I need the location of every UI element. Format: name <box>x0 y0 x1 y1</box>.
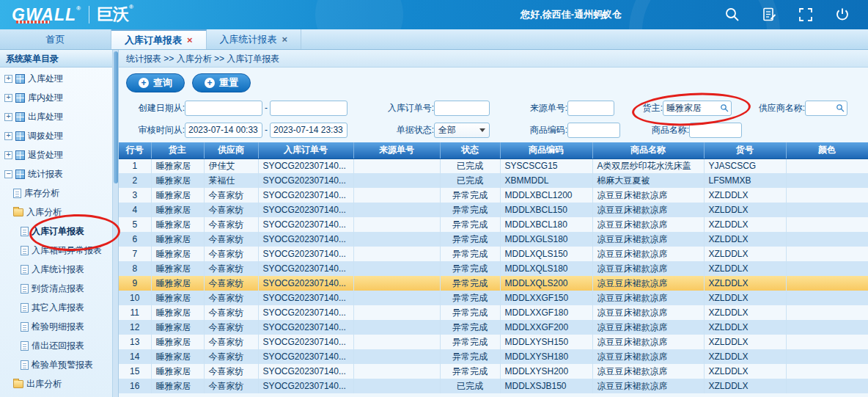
reset-button[interactable]: 重置 <box>192 73 251 92</box>
column-header-color[interactable]: 颜色 <box>786 142 868 159</box>
column-header-row-no[interactable]: 行号 <box>119 142 151 159</box>
cell-owner: 睡雅家居 <box>151 305 204 320</box>
column-header-owner[interactable]: 货主 <box>151 142 204 159</box>
cell-supplier: 今喜家纺 <box>204 188 258 203</box>
cell-source-no <box>353 247 440 261</box>
order-no-input[interactable] <box>434 101 490 116</box>
sidebar-item-stock-analysis[interactable]: 库存分析 <box>0 183 112 203</box>
cell-item-no: XZLDDLX <box>704 320 786 335</box>
table-row[interactable]: 16睡雅家居今喜家纺SYOCG202307140...已完成MDDLXSJB15… <box>119 379 868 393</box>
magnifier-icon[interactable] <box>720 103 729 112</box>
power-icon[interactable] <box>834 7 850 23</box>
sidebar-item-return-process[interactable]: +退货处理 <box>0 145 112 164</box>
sidebar-scrollbar[interactable] <box>113 50 119 397</box>
cell-owner: 睡雅家居 <box>151 217 204 232</box>
cell-supplier: 今喜家纺 <box>204 305 258 320</box>
sidebar-item-other-inbound-report[interactable]: 其它入库报表 <box>0 298 112 317</box>
fullscreen-icon[interactable] <box>798 7 814 23</box>
sidebar-item-inbound-process[interactable]: +入库处理 <box>0 69 112 88</box>
sidebar-item-inspection-warning-report[interactable]: 检验单预警报表 <box>0 355 112 374</box>
table-row[interactable]: 6睡雅家居今喜家纺SYOCG202307140...异常完成MDDLXGLS18… <box>119 232 868 247</box>
column-header-product-name[interactable]: 商品名称 <box>592 142 704 159</box>
source-no-input[interactable] <box>567 101 614 116</box>
cell-row-no: 14 <box>119 349 151 364</box>
column-header-item-no[interactable]: 货号 <box>704 142 786 159</box>
audit-time-from-input[interactable] <box>185 123 262 138</box>
table-row[interactable]: 3睡雅家居今喜家纺SYOCG202307140...异常完成MDDLXBCL12… <box>119 188 868 203</box>
cell-owner: 睡雅家居 <box>151 232 204 247</box>
table-row[interactable]: 10睡雅家居今喜家纺SYOCG202307140...异常完成MDDLXXGF1… <box>119 291 868 305</box>
query-button[interactable]: 查询 <box>126 73 185 92</box>
cell-supplier: 今喜家纺 <box>204 276 258 291</box>
expand-icon[interactable]: + <box>4 132 12 140</box>
sidebar-item-lend-return-report[interactable]: 借出还回报表 <box>0 336 112 355</box>
cell-status: 异常完成 <box>440 291 500 305</box>
cell-source-no <box>353 217 440 232</box>
sidebar-item-inbound-analysis[interactable]: 入库分析 <box>0 203 112 222</box>
table-row[interactable]: 1睡雅家居伊佳艾SYOCG202307140...已完成SYSCSCG15A类双… <box>119 159 868 173</box>
cell-order-no: SYOCG202307140... <box>258 232 353 247</box>
create-date-to-input[interactable] <box>270 101 347 116</box>
column-header-status[interactable]: 状态 <box>440 142 500 159</box>
cell-product-name: 凉豆豆床裙款凉席 <box>592 349 704 364</box>
cell-status: 异常完成 <box>440 247 500 261</box>
create-date-from-input[interactable] <box>185 101 262 116</box>
expand-icon[interactable]: + <box>4 151 12 159</box>
cell-color <box>786 173 868 188</box>
sidebar-item-inbound-order-report[interactable]: 入库订单报表 <box>0 222 112 241</box>
column-header-supplier[interactable]: 供应商 <box>204 142 258 159</box>
expand-icon[interactable]: + <box>4 94 12 102</box>
cell-product-code: MDDLXQLS200 <box>500 276 592 291</box>
tab-label: 首页 <box>46 33 65 46</box>
sidebar-item-sales-order-partial-lock[interactable]: 销售订单部分锁库 <box>0 393 112 397</box>
table-row[interactable]: 15睡雅家居今喜家纺SYOCG202307140...异常完成MDDLXYSH2… <box>119 364 868 379</box>
doc-status-select[interactable]: 全部 <box>434 123 490 138</box>
column-header-product-code[interactable]: 商品编码 <box>500 142 592 159</box>
sidebar-scrollbar-thumb[interactable] <box>114 51 118 183</box>
search-icon[interactable] <box>724 7 740 23</box>
logo-stripes <box>16 21 50 23</box>
product-code-input[interactable] <box>567 123 620 138</box>
cell-supplier: 今喜家纺 <box>204 261 258 276</box>
sidebar-item-transfer-process[interactable]: +调拨处理 <box>0 126 112 145</box>
table-row[interactable]: 13睡雅家居今喜家纺SYOCG202307140...异常完成MDDLXYSH1… <box>119 335 868 349</box>
sidebar-item-stats-reports[interactable]: −统计报表 <box>0 164 112 183</box>
table-row[interactable]: 11睡雅家居今喜家纺SYOCG202307140...异常完成MDDLXXGF1… <box>119 305 868 320</box>
tab-inbound-stats-report[interactable]: 入库统计报表 × <box>207 29 302 49</box>
tab-close-icon[interactable]: × <box>282 34 288 44</box>
column-header-order-no[interactable]: 入库订单号 <box>258 142 353 159</box>
document-edit-icon[interactable] <box>761 7 777 23</box>
sidebar-item-inbound-box-abnormal-report[interactable]: 入库箱码异常报表 <box>0 241 112 260</box>
column-header-source-no[interactable]: 来源单号 <box>353 142 440 159</box>
table-row[interactable]: 4睡雅家居今喜家纺SYOCG202307140...异常完成MDDLXBCL15… <box>119 203 868 217</box>
tab-inbound-order-report[interactable]: 入库订单报表 × <box>111 29 207 49</box>
magnifier-icon[interactable] <box>836 103 845 112</box>
tab-close-icon[interactable]: × <box>187 35 193 45</box>
table-row[interactable]: 7睡雅家居今喜家纺SYOCG202307140...异常完成MDDLXQLS15… <box>119 247 868 261</box>
sidebar-item-outbound-analysis[interactable]: 出库分析 <box>0 374 112 393</box>
expand-icon[interactable]: + <box>4 75 12 83</box>
table-row[interactable]: 14睡雅家居今喜家纺SYOCG202307140...异常完成MDDLXYSH1… <box>119 349 868 364</box>
cell-color <box>786 276 868 291</box>
table-row[interactable]: 8睡雅家居今喜家纺SYOCG202307140...异常完成MDDLXQLS18… <box>119 261 868 276</box>
cell-item-no: XZLDDLX <box>704 217 786 232</box>
cell-supplier: 今喜家纺 <box>204 217 258 232</box>
expand-icon[interactable]: + <box>4 113 12 121</box>
cell-color <box>786 203 868 217</box>
collapse-icon[interactable]: − <box>4 170 12 178</box>
sidebar-item-outbound-process[interactable]: +出库处理 <box>0 107 112 126</box>
sidebar-item-inbound-stats-report[interactable]: 入库统计报表 <box>0 260 112 279</box>
sidebar-item-warehouse-process[interactable]: +库内处理 <box>0 88 112 107</box>
tab-home[interactable]: 首页 <box>0 29 111 49</box>
table-row[interactable]: 9睡雅家居今喜家纺SYOCG202307140...异常完成MDDLXQLS20… <box>119 276 868 291</box>
table-row[interactable]: 5睡雅家居今喜家纺SYOCG202307140...异常完成MDDLXBCL18… <box>119 217 868 232</box>
sidebar-item-inspection-detail-report[interactable]: 检验明细报表 <box>0 317 112 336</box>
audit-time-to-input[interactable] <box>270 123 347 138</box>
cell-owner: 睡雅家居 <box>151 247 204 261</box>
cell-status: 已完成 <box>440 379 500 393</box>
table-row[interactable]: 12睡雅家居今喜家纺SYOCG202307140...异常完成MDDLXXGF2… <box>119 320 868 335</box>
product-name-input[interactable] <box>689 123 742 138</box>
table-row[interactable]: 2睡雅家居莱福仕SYOCG202307140...已完成XBMMDDL棉麻大豆夏… <box>119 173 868 188</box>
sidebar-item-arrival-check-report[interactable]: 到货清点报表 <box>0 279 112 298</box>
cell-row-no: 15 <box>119 364 151 379</box>
